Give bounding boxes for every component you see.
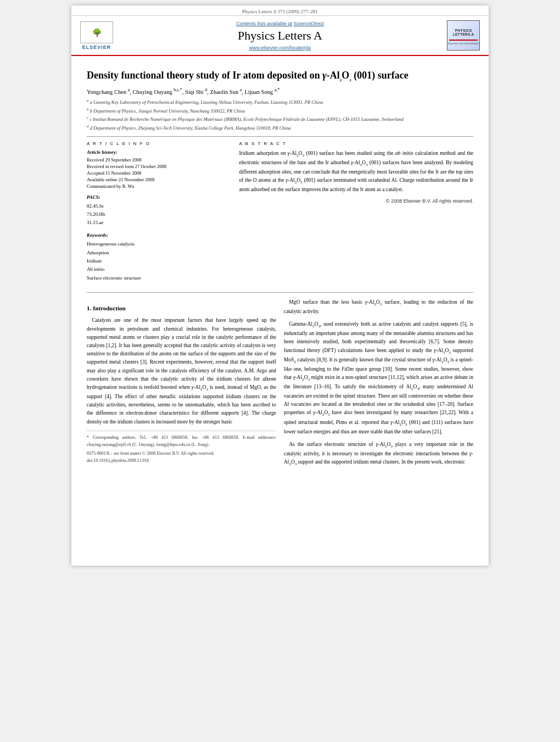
body-col-right: MgO surface than the less basic γ-Al2O3 … (284, 298, 473, 472)
received-row: Received 29 September 2008 (87, 157, 230, 163)
elsevier-logo-box: 🌳 (80, 21, 113, 43)
right-para-1: MgO surface than the less basic γ-Al2O3 … (284, 298, 473, 316)
received-revised-label: Received in revised form 27 October 2008 (87, 164, 166, 169)
body-col-left: 1. Introduction Catalysts are one of the… (87, 298, 276, 472)
pacs-label: PACS: (87, 194, 230, 200)
affil-c: c c Institut Romand de Recherche Numériq… (87, 115, 473, 123)
pacs-block: PACS: 82.45.Jn 73.20.Hb 31.15.ae (87, 194, 230, 227)
available-row: Available online 21 November 2008 (87, 177, 230, 182)
keywords-label: Keywords: (87, 232, 230, 238)
keyword-3: Iridium (87, 257, 230, 265)
journal-title: Physics Letters A (113, 29, 447, 43)
journal-url[interactable]: www.elsevier.com/locate/pla (113, 45, 447, 51)
intro-para-1: Catalysts are one of the most important … (87, 316, 276, 426)
received-label: Received 29 September 2008 (87, 157, 142, 163)
abstract-label: A B S T R A C T (239, 141, 473, 146)
divider-1 (87, 136, 473, 137)
pacs-item-3: 31.15.ae (87, 219, 230, 227)
history-block: Article history: Received 29 September 2… (87, 149, 230, 189)
pacs-item-2: 73.20.Hb (87, 210, 230, 219)
section1-heading: 1. Introduction (87, 304, 276, 314)
keyword-4: Ab initio (87, 265, 230, 274)
footer-text: 0375-9601/$ – see front matter © 2008 El… (87, 450, 276, 465)
keyword-5: Surface electronic structure (87, 274, 230, 282)
journal-ref: Physics Letters A 373 (2009) 277–281 (242, 9, 318, 14)
communicated-row: Communicated by R. Wu (87, 183, 230, 189)
keyword-1: Heterogeneous catalysis (87, 240, 230, 248)
pacs-item-1: 82.45.Jn (87, 202, 230, 210)
available-label: Available online 21 November 2008 (87, 177, 155, 182)
journal-logo-right: PHYSICS LETTERS A elsevier.com/locate/pl… (447, 20, 480, 51)
affil-b: b b Department of Physics, Jiangxi Norma… (87, 107, 473, 115)
article-info-label: A R T I C L E I N F O (87, 141, 230, 146)
page: Physics Letters A 373 (2009) 277–281 🌳 E… (71, 5, 489, 566)
abstract-col: A B S T R A C T Iridium adsorption on γ-… (239, 141, 473, 288)
affil-d: d d Department of Physics, Zhejiang Sci-… (87, 124, 473, 132)
doi-text: doi:10.1016/j.physleta.2008.11.016 (87, 458, 276, 465)
journal-logo-text: PHYSICS LETTERS A (447, 26, 479, 38)
right-para-2: Gamma-Al2O3, used extensively both as ac… (284, 320, 473, 436)
contents-link: Contents lists available at ScienceDirec… (113, 21, 447, 26)
accepted-row: Accepted 11 November 2008 (87, 170, 230, 176)
journal-center: Contents lists available at ScienceDirec… (113, 21, 447, 51)
pacs-items: 82.45.Jn 73.20.Hb 31.15.ae (87, 202, 230, 227)
affil-a: a a Liaoning Key Laboratory of Petrochem… (87, 98, 473, 106)
received-revised-row: Received in revised form 27 October 2008 (87, 164, 230, 169)
divider-2 (87, 292, 473, 293)
article-info-col: A R T I C L E I N F O Article history: R… (87, 141, 230, 288)
header-banner: 🌳 ELSEVIER Contents lists available at S… (71, 16, 489, 56)
right-para-3: As the surface electronic structure of γ… (284, 440, 473, 467)
elsevier-logo: 🌳 ELSEVIER (80, 21, 113, 50)
footer-copyright: 0375-9601/$ – see front matter © 2008 El… (87, 450, 276, 458)
body-section: 1. Introduction Catalysts are one of the… (87, 298, 473, 472)
keywords-list: Heterogeneous catalysis Adsorption Iridi… (87, 240, 230, 282)
footnote-text: * Corresponding authors. Tel.: +86 413 6… (87, 434, 276, 449)
elsevier-name: ELSEVIER (82, 44, 111, 50)
journal-header: Physics Letters A 373 (2009) 277–281 (71, 5, 489, 16)
sciencedirect-link[interactable]: ScienceDirect (294, 21, 324, 26)
authors-line: Yongchang Chen a, Chuying Ouyang b,c,*, … (87, 87, 473, 95)
journal-logo-sub: elsevier.com/locate/pla (447, 42, 480, 45)
footnote-section: * Corresponding authors. Tel.: +86 413 6… (87, 431, 276, 449)
article-history-label: Article history: (87, 149, 230, 155)
keywords-block: Keywords: Heterogeneous catalysis Adsorp… (87, 232, 230, 282)
article-title: Density functional theory study of Ir at… (87, 69, 473, 83)
communicated-label: Communicated by R. Wu (87, 183, 134, 189)
affiliations: a a Liaoning Key Laboratory of Petrochem… (87, 98, 473, 131)
elsevier-tree-icon: 🌳 (92, 29, 102, 36)
copyright: © 2008 Elsevier B.V. All rights reserved… (239, 198, 473, 204)
abstract-text: Iridium adsorption on γ-Al2O3 (001) surf… (239, 149, 473, 194)
main-content: Density functional theory study of Ir at… (71, 56, 489, 481)
accepted-label: Accepted 11 November 2008 (87, 170, 142, 176)
info-abstract-section: A R T I C L E I N F O Article history: R… (87, 141, 473, 288)
keyword-2: Adsorption (87, 249, 230, 257)
